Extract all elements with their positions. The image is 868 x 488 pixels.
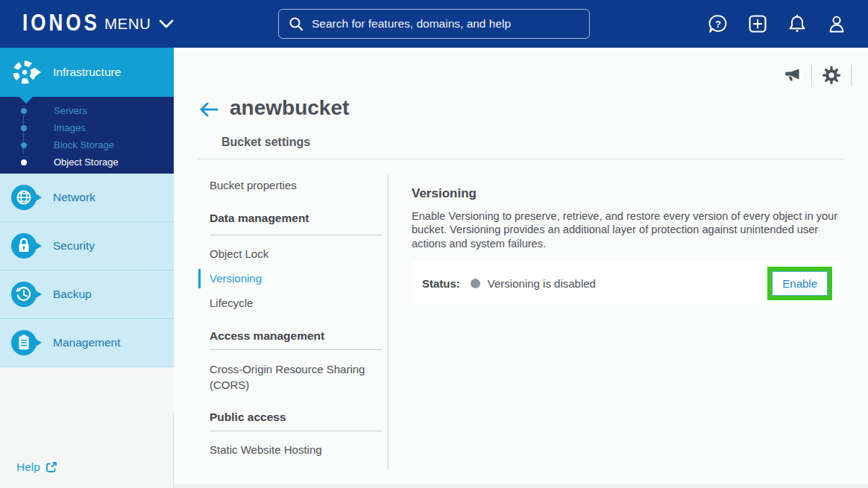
submenu-item-object-storage[interactable]: Object Storage — [0, 153, 174, 171]
help-bubble-icon[interactable]: ? — [708, 13, 729, 34]
subnav-item-object-lock[interactable]: Object Lock — [210, 247, 383, 262]
subnav-divider — [210, 431, 383, 431]
submenu-item-label: Block Storage — [54, 139, 114, 150]
status-dot-icon — [471, 279, 480, 288]
help-link[interactable]: Help — [16, 460, 57, 474]
sidebar-item-infrastructure[interactable]: Infrastructure — [0, 48, 174, 97]
subnav-item-static-website-hosting[interactable]: Static Website Hosting — [210, 443, 383, 457]
add-square-icon[interactable] — [747, 13, 768, 34]
bullet-icon — [21, 108, 27, 114]
sidebar-item-network[interactable]: Network — [0, 174, 174, 222]
page-header: anewbucket — [198, 96, 349, 120]
submenu-item-block-storage[interactable]: Block Storage — [0, 136, 174, 153]
management-clipboard-icon — [10, 329, 45, 356]
versioning-section: Versioning Enable Versioning to preserve… — [412, 186, 840, 305]
toolbar-divider — [811, 65, 812, 86]
bullet-icon — [21, 142, 27, 148]
enable-button[interactable]: Enable — [772, 271, 828, 296]
toolbar-divider — [851, 65, 852, 86]
subnav-item-bucket-properties[interactable]: Bucket properties — [210, 178, 383, 193]
subnav-item-versioning[interactable]: Versioning — [210, 271, 383, 286]
status-value: Versioning is disabled — [488, 277, 596, 290]
settings-gear-icon[interactable] — [822, 66, 841, 85]
subnav-item-cors[interactable]: Cross-Origin Resource Sharing (CORS) — [210, 361, 383, 393]
sidebar-item-label: Security — [53, 239, 95, 253]
submenu-item-label: Object Storage — [54, 156, 119, 168]
help-link-label: Help — [16, 460, 40, 474]
account-icon[interactable] — [826, 13, 847, 34]
security-lock-icon — [10, 232, 45, 259]
sidebar: Infrastructure Servers Images Block Stor… — [0, 48, 174, 488]
status-label: Status: — [422, 277, 460, 290]
submenu-item-label: Servers — [54, 105, 87, 116]
highlight-frame: Enable — [767, 267, 832, 300]
topbar: IONOS MENU ? — [0, 0, 868, 48]
app-window: IONOS MENU ? — [0, 0, 868, 488]
subnav-divider — [210, 235, 383, 235]
topbar-icons: ? — [708, 0, 847, 48]
announcements-megaphone-icon[interactable] — [783, 66, 802, 85]
search-input[interactable] — [312, 17, 579, 31]
ionos-logo[interactable]: IONOS — [22, 9, 100, 37]
menu-button[interactable]: MENU — [104, 0, 174, 48]
sidebar-item-label: Management — [53, 336, 120, 349]
subnav-heading-data-management: Data management — [210, 211, 383, 226]
external-link-icon — [45, 461, 57, 473]
sidebar-item-management[interactable]: Management — [0, 319, 174, 367]
status-card: Status: Versioning is disabled Enable — [412, 262, 840, 305]
subnav-divider — [210, 349, 383, 350]
tab-divider — [198, 159, 844, 159]
subnav-heading-access-management: Access management — [210, 329, 383, 343]
sidebar-item-label: Backup — [53, 288, 92, 301]
settings-subnav: Bucket properties Data management Object… — [210, 175, 383, 457]
backup-restore-icon — [10, 281, 45, 308]
global-search[interactable] — [278, 9, 590, 39]
sidebar-item-label: Infrastructure — [53, 66, 121, 79]
bullet-icon — [21, 125, 27, 131]
network-globe-icon — [10, 184, 45, 211]
subnav-heading-public-access: Public access — [210, 410, 383, 425]
submenu-item-images[interactable]: Images — [0, 119, 174, 136]
sidebar-item-label: Network — [53, 191, 95, 204]
bullet-icon — [21, 159, 27, 165]
page-title: anewbucket — [230, 96, 349, 120]
content-divider — [388, 175, 389, 469]
submenu-item-servers[interactable]: Servers — [0, 102, 174, 119]
tab-bucket-settings[interactable]: Bucket settings — [221, 136, 310, 149]
sidebar-item-security[interactable]: Security — [0, 222, 174, 270]
submenu-item-label: Images — [54, 122, 86, 133]
search-icon — [289, 16, 304, 31]
subnav-item-lifecycle[interactable]: Lifecycle — [210, 296, 383, 311]
sidebar-footer: Help — [0, 414, 174, 488]
section-description: Enable Versioning to preserve, retrieve,… — [412, 209, 840, 250]
infrastructure-icon — [10, 58, 45, 86]
page-toolbar — [783, 65, 852, 86]
notifications-bell-icon[interactable] — [787, 13, 808, 34]
sidebar-item-backup[interactable]: Backup — [0, 270, 174, 319]
back-arrow-icon[interactable] — [198, 99, 218, 118]
menu-label: MENU — [104, 15, 151, 33]
infrastructure-submenu: Servers Images Block Storage Object Stor… — [0, 97, 174, 174]
chevron-down-icon — [159, 19, 174, 28]
main-panel: anewbucket Bucket settings Bucket proper… — [174, 48, 868, 488]
section-heading: Versioning — [412, 186, 840, 201]
svg-text:?: ? — [715, 19, 721, 30]
